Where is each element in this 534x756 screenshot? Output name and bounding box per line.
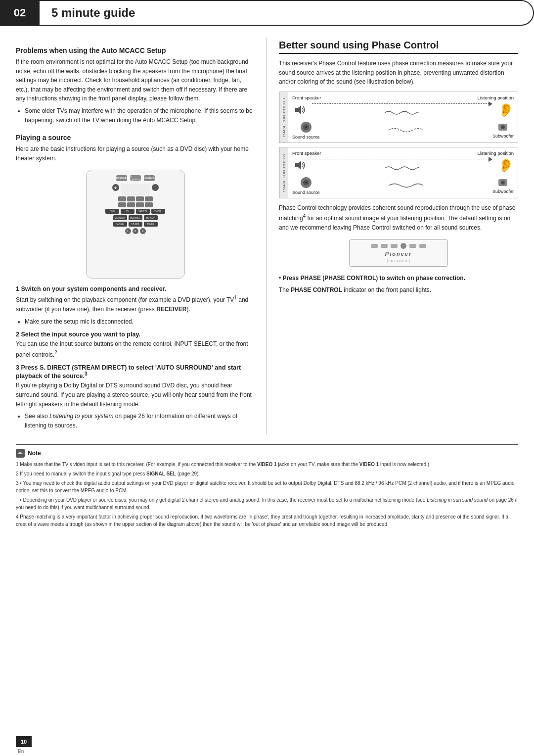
press-phase-bold: Press PHASE (PHASE CONTROL) to switch on… bbox=[283, 275, 465, 282]
receiver-image: Pioneer RECEIVER bbox=[349, 239, 448, 267]
step3-super: 3 bbox=[85, 371, 88, 377]
sound-source-label2: Sound source bbox=[292, 190, 320, 195]
better-sound-para1: This receiver's Phase Control feature us… bbox=[279, 59, 518, 87]
recv-btn1 bbox=[371, 244, 378, 248]
front-speaker-label2: Front speaker bbox=[292, 150, 321, 156]
left-column: Problems when using the Auto MCACC Setup… bbox=[16, 38, 267, 435]
step3-title-text: 3 Press S. DIRECT (STREAM DIRECT) to sel… bbox=[16, 364, 241, 379]
phase-on-arrows bbox=[308, 159, 496, 172]
grid-btn-3 bbox=[136, 196, 144, 201]
note-header: ✏ Note bbox=[16, 449, 518, 458]
listening-group2: 👂 bbox=[498, 158, 514, 173]
grid-btn-5 bbox=[118, 202, 126, 207]
subwoofer-label2: Subwoofer bbox=[492, 189, 514, 194]
step2-para-text: You can use the input source buttons on … bbox=[16, 340, 248, 358]
ear-icon2: 👂 bbox=[498, 158, 514, 173]
svg-point-10 bbox=[305, 182, 307, 184]
svg-point-13 bbox=[502, 182, 504, 183]
remote-num-row: 1 2 3 bbox=[125, 228, 146, 234]
recv-btn4 bbox=[409, 244, 416, 248]
auto-mcacc-bullets: Some older TVs may interfere with the op… bbox=[16, 106, 255, 125]
page-header: 02 5 minute guide bbox=[0, 0, 534, 26]
page-number-box: 10 bbox=[16, 736, 32, 747]
num2-btn: 2 bbox=[133, 228, 138, 234]
chapter-title-box: 5 minute guide bbox=[40, 0, 534, 26]
tvcbl-btn: TV/CBL bbox=[151, 209, 165, 214]
recv-btn3 bbox=[391, 244, 398, 248]
step1: 1 Switch on your system components and r… bbox=[16, 285, 255, 326]
phase-indicator-para: The PHASE CONTROL indicator on the front… bbox=[279, 285, 518, 295]
phase-off-label: PHASE CONTROL OFF bbox=[279, 92, 288, 142]
subwoofer-arrow-area2 bbox=[324, 181, 489, 190]
sat-btn: SAT/CBL bbox=[136, 209, 150, 214]
remote-image: RECEIVER TV CONTROL SOURCE ⏻ bbox=[86, 170, 185, 279]
front-speaker-label1: Front speaker bbox=[292, 95, 321, 100]
recv-knob bbox=[400, 243, 406, 249]
receiver-controls bbox=[371, 243, 426, 249]
remote-image-area: RECEIVER TV CONTROL SOURCE ⏻ bbox=[16, 170, 255, 279]
tv-control-btn: TV CONTROL bbox=[130, 175, 141, 181]
page-lang: En bbox=[18, 749, 24, 754]
subwoofer-group2: Subwoofer bbox=[492, 177, 514, 194]
receiver-image-area: Pioneer RECEIVER bbox=[279, 239, 518, 267]
phase-on-main-row: 👂 bbox=[292, 158, 514, 173]
svg-point-6 bbox=[502, 126, 504, 128]
vcr-btn: VCR/DVR bbox=[113, 215, 127, 220]
listening-pos-label1: Listening position bbox=[478, 95, 514, 100]
chapter-number: 02 bbox=[0, 0, 40, 26]
listening-group1: 👂 bbox=[498, 102, 514, 118]
phase-para2: for an optimal sound image at your liste… bbox=[279, 215, 510, 231]
notes-section: ✏ Note 1 Make sure that the TV's video i… bbox=[16, 444, 518, 528]
phase-on-diagram: PHASE CONTROL ON Front speaker Listening… bbox=[279, 147, 518, 198]
sound-source-icon2 bbox=[300, 176, 312, 189]
playing-para: Here are the basic instructions for play… bbox=[16, 144, 255, 163]
front-speaker-group1 bbox=[292, 103, 306, 117]
ear-icon1: 👂 bbox=[498, 102, 514, 118]
sound-source-label1: Sound source bbox=[292, 135, 320, 140]
step1-title: 1 Switch on your system components and r… bbox=[16, 285, 255, 292]
phase-diagrams: PHASE CONTROL OFF Front speaker Listenin… bbox=[279, 92, 518, 198]
grid-btn-8 bbox=[145, 202, 153, 207]
phase-on-inner: Front speaker Listening position bbox=[288, 147, 518, 198]
step3: 3 Press S. DIRECT (STREAM DIRECT) to sel… bbox=[16, 364, 255, 430]
subwoofer-icon2 bbox=[497, 177, 508, 188]
receiver-btn: RECEIVER bbox=[116, 175, 127, 181]
playing-heading: Playing a source bbox=[16, 134, 255, 142]
tuner-btn: TUNER bbox=[144, 222, 158, 227]
note-3b: • Depending on your DVD player or source… bbox=[16, 496, 518, 511]
sound-source-group2: Sound source bbox=[292, 176, 320, 195]
note-1: 1 Make sure that the TV's video input is… bbox=[16, 461, 518, 468]
step2-super: 2 bbox=[54, 350, 57, 355]
step3-bullet-text: See also Listening to your system on pag… bbox=[25, 413, 237, 429]
grid-btn-7 bbox=[136, 202, 144, 207]
sound-source-icon1 bbox=[300, 121, 312, 134]
recv-btn2 bbox=[381, 244, 388, 248]
recv-btn5 bbox=[419, 244, 426, 248]
page: 02 5 minute guide Problems when using th… bbox=[0, 0, 534, 756]
arrow1 bbox=[312, 103, 492, 104]
phase-indicator-text: The PHASE CONTROL indicator on the front… bbox=[279, 286, 431, 293]
remote-source-row: DVD TV SAT/CBL TV/CBL bbox=[105, 209, 165, 214]
subwoofer-group1: Subwoofer bbox=[492, 122, 514, 139]
step2-title: 2 Select the input source you want to pl… bbox=[16, 331, 255, 338]
step3-bullet1: See also Listening to your system on pag… bbox=[25, 412, 255, 430]
remote-source-row3: DAB/XM HD MDI TUNER bbox=[113, 222, 158, 227]
dab-btn: DAB/XM bbox=[113, 222, 127, 227]
step2-para: You can use the input source buttons on … bbox=[16, 339, 255, 359]
hda-btn: HD ADV bbox=[144, 215, 158, 220]
listening-pos-label2: Listening position bbox=[478, 150, 514, 156]
subwoofer-row1: Sound source bbox=[292, 121, 514, 140]
front-speaker-icon1 bbox=[292, 103, 306, 117]
step1-para3: ). bbox=[187, 306, 190, 313]
step3-bullets: See also Listening to your system on pag… bbox=[16, 412, 255, 430]
source-btn: SOURCE bbox=[144, 175, 155, 181]
num1-btn: 1 bbox=[125, 228, 131, 234]
grid-btn-4 bbox=[145, 196, 153, 201]
sub-wave2 bbox=[389, 181, 423, 190]
phase-off-arrows bbox=[308, 103, 496, 116]
note-2: 2 If you need to manually switch the inp… bbox=[16, 470, 518, 477]
note-4: 4 Phase matching is a very important fac… bbox=[16, 513, 518, 528]
pioneer-logo: Pioneer bbox=[385, 251, 412, 257]
svg-point-3 bbox=[305, 126, 307, 128]
subwoofer-arrow-area1 bbox=[324, 126, 489, 135]
